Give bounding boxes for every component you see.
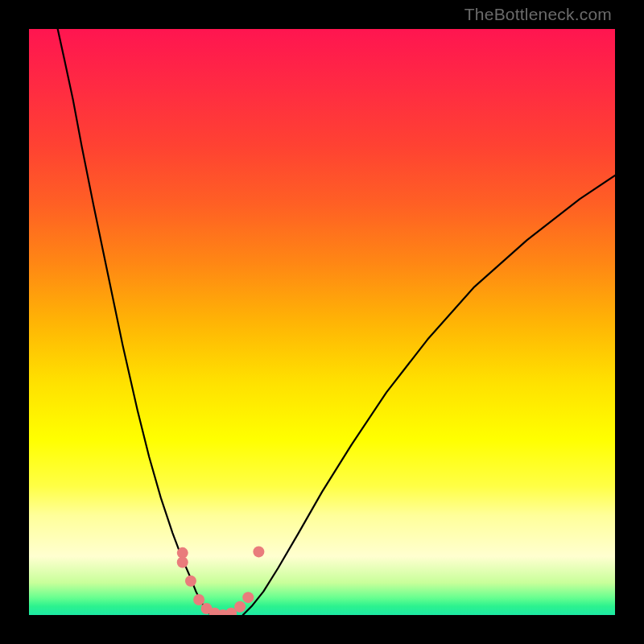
data-marker <box>242 592 254 603</box>
data-marker <box>185 576 196 587</box>
plot-svg <box>29 29 615 615</box>
gradient-bg <box>29 29 615 615</box>
data-marker <box>253 546 264 557</box>
data-marker <box>177 556 188 568</box>
plot-area <box>29 29 615 615</box>
watermark-text: TheBottleneck.com <box>464 5 612 24</box>
data-marker <box>234 601 246 613</box>
chart-frame: TheBottleneck.com <box>0 0 644 644</box>
data-marker <box>193 594 204 605</box>
